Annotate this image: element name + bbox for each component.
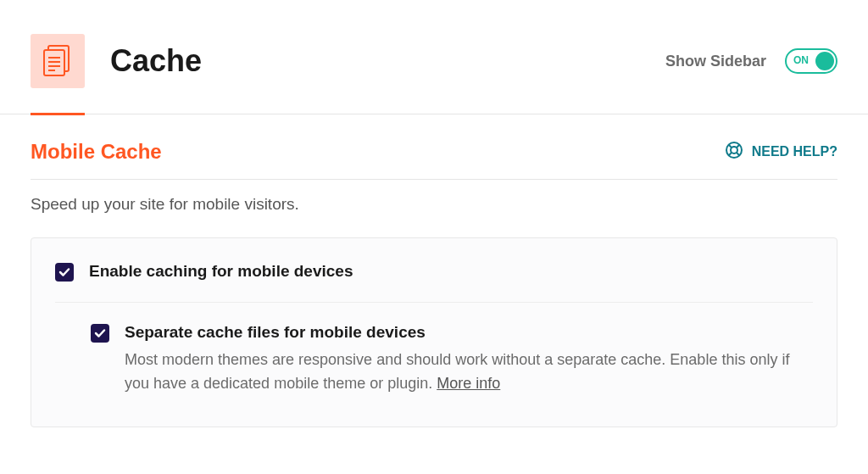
header-right: Show Sidebar ON — [665, 48, 837, 74]
option-content: Enable caching for mobile devices — [89, 262, 813, 281]
need-help-link[interactable]: NEED HELP? — [725, 141, 837, 163]
enable-mobile-checkbox[interactable] — [55, 263, 74, 282]
toggle-on-label: ON — [793, 54, 809, 66]
show-sidebar-toggle[interactable]: ON — [785, 48, 837, 74]
page-title: Cache — [110, 43, 202, 79]
toggle-knob — [815, 52, 834, 70]
option-enable-mobile: Enable caching for mobile devices — [55, 262, 813, 303]
enable-mobile-label: Enable caching for mobile devices — [89, 262, 813, 281]
check-icon — [58, 266, 70, 278]
svg-line-9 — [737, 145, 740, 148]
section-title: Mobile Cache — [31, 140, 162, 164]
page-header: Cache Show Sidebar ON — [0, 0, 868, 114]
more-info-link[interactable]: More info — [437, 375, 500, 392]
svg-point-7 — [731, 147, 737, 153]
show-sidebar-label: Show Sidebar — [665, 53, 766, 70]
option-separate-files: Separate cache files for mobile devices … — [55, 303, 813, 396]
check-icon — [94, 327, 106, 339]
svg-line-11 — [737, 153, 740, 156]
section-header: Mobile Cache NEED HELP? — [31, 140, 837, 180]
svg-line-8 — [728, 145, 732, 148]
options-panel: Enable caching for mobile devices Separa… — [31, 237, 837, 427]
svg-line-10 — [728, 153, 732, 156]
section-description: Speed up your site for mobile visitors. — [31, 180, 837, 237]
separate-files-checkbox[interactable] — [91, 324, 109, 343]
header-left: Cache — [31, 34, 202, 88]
cache-icon — [31, 34, 85, 88]
option-content: Separate cache files for mobile devices … — [125, 323, 813, 396]
content: Mobile Cache NEED HELP? Speed up your si… — [0, 114, 868, 427]
need-help-label: NEED HELP? — [752, 144, 837, 159]
separate-files-label: Separate cache files for mobile devices — [125, 323, 813, 342]
help-icon — [725, 141, 743, 163]
separate-files-description: Most modern themes are responsive and sh… — [125, 349, 813, 396]
